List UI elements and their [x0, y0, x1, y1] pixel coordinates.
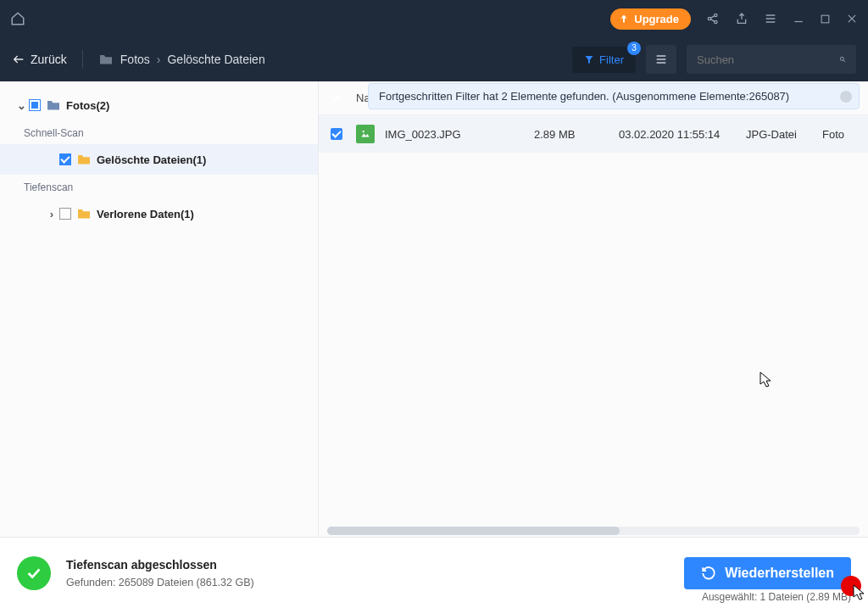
success-check-icon — [17, 556, 51, 590]
chevron-right-icon[interactable]: › — [44, 208, 59, 220]
minimize-icon[interactable] — [793, 13, 804, 25]
folder-icon — [76, 153, 92, 165]
image-thumb-icon — [356, 125, 375, 143]
search-input[interactable] — [697, 53, 839, 66]
folder-icon — [98, 53, 114, 65]
tree-label: Verlorene Daten(1) — [97, 208, 194, 220]
chevron-down-icon[interactable]: ⌄ — [14, 99, 29, 112]
folder-icon — [76, 208, 92, 220]
titlebar: Upgrade — [0, 0, 868, 37]
table-row[interactable]: IMG_0023.JPG 2.89 MB 03.02.2020 11:55:14… — [319, 115, 868, 153]
scrollbar-thumb[interactable] — [327, 527, 620, 535]
cell-date: 03.02.2020 11:55:14 — [619, 128, 746, 141]
tree-root-fotos[interactable]: ⌄ Fotos(2) — [0, 90, 318, 120]
section-quick-scan: Schnell-Scan — [0, 120, 318, 144]
tree-deleted-files[interactable]: Gelöschte Dateien(1) — [0, 144, 318, 175]
content: Fortgeschritten Filter hat 2 Elemente ge… — [319, 81, 868, 537]
row-checkbox[interactable] — [331, 128, 342, 140]
filter-label: Filter — [599, 53, 624, 66]
scan-status-found: Gefunden: 265089 Dateien (861.32 GB) — [66, 577, 254, 588]
footer: Tiefenscan abgeschlossen Gefunden: 26508… — [0, 537, 868, 608]
share-icon[interactable] — [706, 12, 720, 25]
tree-label: Gelöschte Dateien(1) — [97, 153, 206, 166]
recover-label: Wiederherstellen — [725, 566, 834, 581]
scan-status-title: Tiefenscan abgeschlossen — [66, 558, 254, 572]
filter-badge: 3 — [627, 42, 641, 55]
search-box[interactable] — [687, 45, 856, 74]
upgrade-label: Upgrade — [634, 13, 679, 25]
cursor-icon — [760, 371, 773, 392]
svg-rect-3 — [821, 15, 829, 23]
cell-name: IMG_0023.JPG — [385, 128, 534, 141]
toolbar: Zurück Fotos › Gelöschte Dateien Filter … — [0, 37, 868, 81]
breadcrumb[interactable]: Fotos › Gelöschte Dateien — [98, 53, 265, 66]
folder-icon — [46, 99, 61, 111]
close-icon[interactable] — [846, 13, 858, 25]
selected-count: Ausgewählt: 1 Dateien (2.89 MB) — [702, 591, 851, 603]
banner-text: Fortgeschritten Filter hat 2 Elemente ge… — [379, 90, 789, 103]
upgrade-button[interactable]: Upgrade — [610, 8, 691, 30]
maximize-icon[interactable] — [820, 14, 831, 25]
filter-button[interactable]: Filter 3 — [572, 47, 636, 73]
tree-label: Fotos(2) — [66, 99, 109, 112]
home-icon[interactable] — [10, 11, 25, 26]
horizontal-scrollbar[interactable] — [327, 527, 860, 535]
cell-size: 2.89 MB — [534, 128, 619, 141]
close-banner-icon[interactable] — [840, 91, 852, 103]
checkbox[interactable] — [59, 208, 71, 220]
list-view-button[interactable] — [646, 45, 676, 74]
menu-icon[interactable] — [764, 12, 777, 25]
sidebar: ⌄ Fotos(2) Schnell-Scan Gelöschte Dateie… — [0, 81, 319, 537]
cell-path: Foto — [822, 128, 856, 141]
svg-point-4 — [840, 57, 843, 60]
divider — [82, 50, 83, 69]
svg-point-5 — [363, 131, 364, 132]
crumb-separator: › — [157, 53, 161, 66]
checkbox[interactable] — [59, 153, 71, 165]
filter-info-banner: Fortgeschritten Filter hat 2 Elemente ge… — [368, 83, 860, 109]
back-button[interactable]: Zurück — [12, 53, 67, 66]
search-icon[interactable] — [839, 53, 846, 66]
crumb-deleted[interactable]: Gelöschte Dateien — [167, 53, 264, 66]
export-icon[interactable] — [735, 12, 748, 25]
main: ⌄ Fotos(2) Schnell-Scan Gelöschte Dateie… — [0, 81, 868, 537]
back-label: Zurück — [31, 53, 67, 66]
crumb-fotos[interactable]: Fotos — [120, 53, 150, 66]
recover-button[interactable]: Wiederherstellen — [684, 557, 851, 589]
section-deep-scan: Tiefenscan — [0, 175, 318, 198]
cell-type: JPG-Datei — [746, 128, 822, 141]
tree-lost-data[interactable]: › Verlorene Daten(1) — [0, 198, 318, 229]
cursor-icon — [853, 584, 866, 605]
checkbox[interactable] — [29, 99, 41, 111]
